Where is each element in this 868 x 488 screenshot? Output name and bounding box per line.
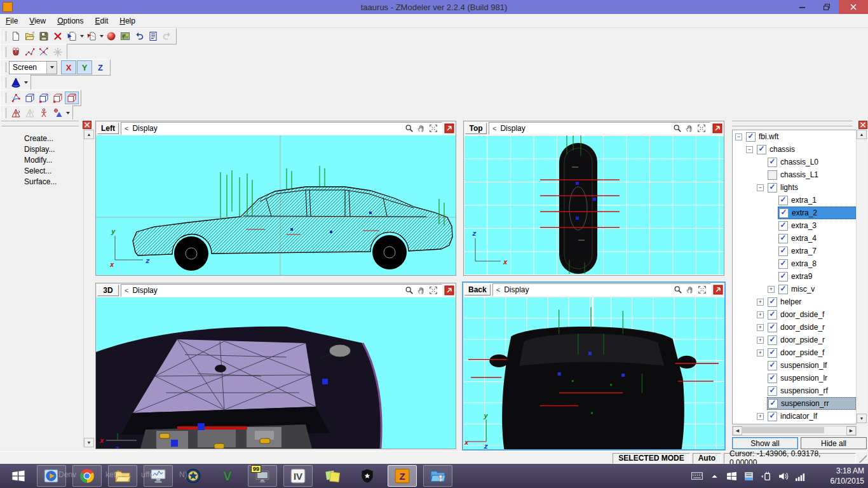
tree-panel-close-icon[interactable] <box>858 120 867 128</box>
axes-helper-button[interactable] <box>51 107 65 119</box>
taskbar-chrome-button[interactable] <box>72 465 102 487</box>
pan-icon[interactable] <box>416 285 426 295</box>
visibility-checkbox[interactable]: ✓ <box>768 323 777 332</box>
tree-item-suspension_rf[interactable]: ✓suspension_rf <box>733 384 856 397</box>
level-objects-red-button[interactable] <box>65 92 79 104</box>
display-menu-bar[interactable]: < Display <box>121 284 442 297</box>
start-button[interactable] <box>0 464 37 488</box>
axes-helper-dropdown[interactable] <box>65 107 71 119</box>
taskbar-media-player-button[interactable] <box>37 465 66 487</box>
import-file-button[interactable] <box>65 30 79 43</box>
taskbar-police-badge-icon[interactable] <box>179 466 207 486</box>
snap-grid-button[interactable] <box>51 46 65 58</box>
tray-power-icon[interactable] <box>760 470 771 482</box>
taskbar-clock[interactable]: 3:18 AM 6/10/2015 <box>808 466 864 486</box>
visibility-checkbox[interactable]: ✓ <box>768 348 777 358</box>
visibility-checkbox[interactable]: ✓ <box>768 297 777 307</box>
collapse-arrow-icon[interactable]: < <box>492 125 496 132</box>
skeleton-button[interactable] <box>37 107 51 119</box>
visibility-checkbox[interactable]: ✓ <box>768 412 777 421</box>
taskbar-monitor-99-button[interactable]: 99 <box>248 465 277 487</box>
tree-item-suspension_rr[interactable]: ✓suspension_rr <box>733 397 856 410</box>
viewport-maximize-button[interactable] <box>713 285 723 295</box>
close-button[interactable] <box>839 0 868 14</box>
scene-view-button[interactable] <box>118 30 132 43</box>
export-file-button[interactable] <box>85 30 98 43</box>
tray-input-indicator-icon[interactable] <box>743 470 754 482</box>
fit-icon[interactable] <box>696 285 707 295</box>
viewport-maximize-button[interactable] <box>444 123 454 133</box>
combobox-dropdown-button[interactable] <box>46 62 57 74</box>
undo-button[interactable] <box>132 30 146 43</box>
tree-item-extra_3[interactable]: ✓extra_3 <box>733 219 856 232</box>
tree-item-extra_8[interactable]: ✓extra_8 <box>733 257 856 270</box>
collapse-arrow-icon[interactable]: < <box>125 287 128 294</box>
collapse-box-icon[interactable]: − <box>735 133 742 140</box>
tree-item-chassis_L1[interactable]: chassis_L1 <box>733 168 856 181</box>
delete-x-button[interactable] <box>51 30 65 43</box>
commands-panel-close-icon[interactable] <box>83 120 92 128</box>
visibility-checkbox[interactable]: ✓ <box>778 247 788 256</box>
visibility-checkbox[interactable]: ✓ <box>768 183 777 193</box>
viewport-3d-canvas[interactable]: x z <box>96 297 456 449</box>
scroll-down-arrow[interactable]: ▼ <box>857 414 867 423</box>
collapse-arrow-icon[interactable]: < <box>496 286 500 294</box>
tree-item-door_pside_r[interactable]: +✓door_pside_r <box>733 334 856 346</box>
show-all-button[interactable]: Show all <box>732 437 798 449</box>
save-file-button[interactable] <box>37 30 51 43</box>
command-create[interactable]: Create... <box>0 133 81 144</box>
hide-all-button[interactable]: Hide all <box>801 437 867 449</box>
expand-box-icon[interactable]: + <box>757 337 764 344</box>
redo-button[interactable] <box>160 30 174 43</box>
auto-toggle[interactable]: Auto <box>693 453 721 464</box>
tray-tray-expand-arrow-icon[interactable] <box>709 470 720 482</box>
import-file-dropdown[interactable] <box>79 30 85 43</box>
tree-item-lights[interactable]: −✓lights <box>733 181 856 194</box>
display-menu-bar[interactable]: < Display <box>492 283 711 296</box>
visibility-checkbox[interactable]: ✓ <box>768 310 777 320</box>
commands-scrollbar[interactable]: ▲ ▼ <box>83 130 93 447</box>
new-file-button[interactable] <box>9 30 23 43</box>
tree-item-extra_2[interactable]: ✓extra_2 <box>733 207 856 219</box>
level-objects-button[interactable] <box>51 92 65 104</box>
collapse-box-icon[interactable]: − <box>746 146 753 153</box>
visibility-checkbox[interactable] <box>768 170 777 180</box>
taskbar-sticky-notes-icon[interactable] <box>319 466 347 486</box>
pan-icon[interactable] <box>684 285 695 295</box>
panel-grip[interactable] <box>732 121 853 127</box>
tree-item-extra_1[interactable]: ✓extra_1 <box>733 194 856 207</box>
tree-item-door_dside_f[interactable]: +✓door_dside_f <box>733 308 856 321</box>
tray-volume-icon[interactable] <box>777 470 789 482</box>
expand-box-icon[interactable]: + <box>757 311 764 318</box>
tree-vertical-scrollbar[interactable]: ▲ ▼ <box>856 130 865 423</box>
scroll-left-arrow[interactable]: ◀ <box>733 426 742 435</box>
visibility-checkbox[interactable]: ✓ <box>768 374 777 383</box>
axis-y-toggle[interactable]: Y <box>77 60 92 74</box>
scrollbar-thumb[interactable] <box>742 427 824 433</box>
taskbar-file-explorer-button[interactable] <box>108 465 137 487</box>
visibility-checkbox[interactable]: ✓ <box>746 132 756 142</box>
taskbar-gta-v-icon[interactable]: V <box>214 466 241 486</box>
tree-item-chassis_L0[interactable]: ✓chassis_L0 <box>733 156 856 168</box>
viewport-3d-tab-button[interactable]: 3D <box>97 285 119 296</box>
pan-icon[interactable] <box>684 123 695 133</box>
viewport-maximize-button[interactable] <box>444 285 454 295</box>
viewport-left-canvas[interactable]: y z x <box>96 135 456 275</box>
expand-box-icon[interactable]: + <box>768 286 775 293</box>
display-menu-bar[interactable]: < Display <box>489 122 710 135</box>
taskbar-black-shield-icon[interactable] <box>353 466 381 486</box>
taskbar-gta-iv-button[interactable]: IV <box>283 465 313 487</box>
visibility-checkbox[interactable]: ✓ <box>778 196 788 205</box>
tree-item-door_pside_f[interactable]: +✓door_pside_f <box>733 346 856 359</box>
tree-item-helper[interactable]: +✓helper <box>733 295 856 308</box>
tree-horizontal-scrollbar[interactable]: ◀ ▶ <box>732 426 857 436</box>
menu-file[interactable]: File <box>0 15 24 27</box>
axis-z-toggle[interactable]: Z <box>93 60 108 74</box>
display-menu-bar[interactable]: < Display <box>121 122 442 135</box>
visibility-checkbox[interactable]: ✓ <box>768 336 777 345</box>
display-menu-label[interactable]: Display <box>132 124 400 133</box>
viewport-top-canvas[interactable]: z x <box>464 135 724 275</box>
scroll-down-arrow[interactable]: ▼ <box>84 438 94 447</box>
material-editor-sphere-button[interactable] <box>104 30 118 43</box>
viewport-top-tab-button[interactable]: Top <box>465 123 487 134</box>
